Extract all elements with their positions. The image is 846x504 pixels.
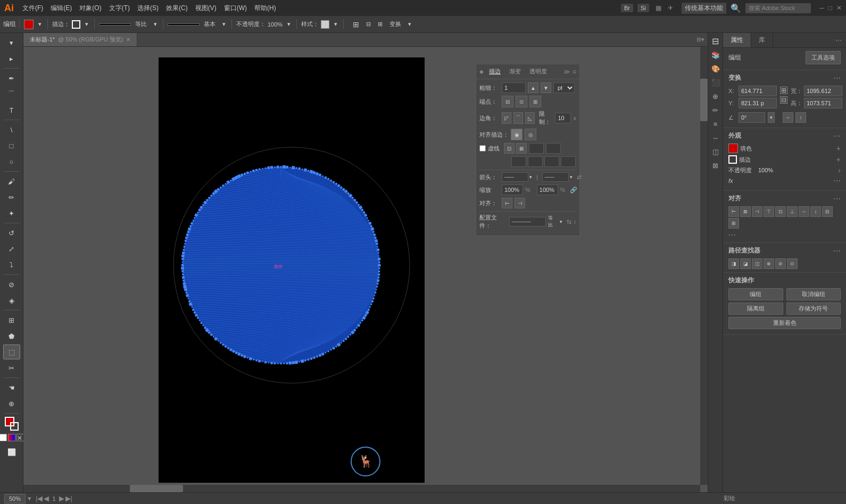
arrow-start-dropdown[interactable]: ▾ bbox=[529, 174, 532, 180]
corner-miter[interactable]: ◸ bbox=[502, 112, 511, 124]
doc-tab-close[interactable]: ✕ bbox=[126, 37, 130, 43]
zoom-dropdown[interactable]: ▾ bbox=[28, 494, 31, 502]
opacity-dropdown[interactable]: ▾ bbox=[285, 19, 293, 29]
stroke-swatch-small[interactable] bbox=[10, 422, 19, 431]
vertical-scrollbar[interactable] bbox=[700, 47, 708, 485]
align-h-center-btn[interactable]: ⊠ bbox=[740, 206, 751, 217]
style-dropdown[interactable]: ▾ bbox=[331, 19, 340, 29]
cap-round[interactable]: ⊙ bbox=[516, 96, 527, 107]
align-v-center-btn[interactable]: ⊡ bbox=[775, 206, 786, 217]
transparency-tab[interactable]: 透明度 bbox=[526, 66, 550, 77]
align-center[interactable]: ◉ bbox=[511, 129, 522, 140]
zoom-input[interactable] bbox=[4, 494, 26, 503]
align-end[interactable]: ⊣ bbox=[515, 198, 525, 208]
menu-object[interactable]: 对象(O) bbox=[79, 4, 101, 13]
document-tab[interactable]: 未标题-1* @ 50% (RGB/GPU 预览) ✕ bbox=[23, 33, 137, 46]
isolate-btn[interactable]: 隔离组 bbox=[728, 303, 783, 315]
properties-icon[interactable]: ⊟ bbox=[710, 35, 721, 47]
arrow-swap[interactable]: ⇄ bbox=[577, 174, 582, 181]
si-button[interactable]: Si bbox=[637, 4, 649, 12]
gradient-tab[interactable]: 渐变 bbox=[506, 66, 524, 77]
layers-icon[interactable]: ≡ bbox=[710, 118, 721, 130]
pf-divide[interactable]: ⊘ bbox=[775, 258, 786, 269]
scale-link[interactable]: 🔗 bbox=[570, 187, 577, 194]
arrow-end-dropdown[interactable]: ▾ bbox=[570, 174, 573, 180]
last-page-btn[interactable]: ▶| bbox=[65, 494, 72, 502]
stroke-options-btn[interactable]: ▾ bbox=[82, 19, 91, 29]
weight-unit[interactable]: pt bbox=[553, 82, 575, 93]
constraint-link2[interactable]: ⊟ bbox=[780, 96, 787, 104]
pencil-tool[interactable]: ✏ bbox=[3, 190, 20, 205]
align-more[interactable]: ⋯ bbox=[833, 195, 841, 203]
arrow-end-preview[interactable]: —— bbox=[542, 172, 569, 182]
w-input[interactable] bbox=[804, 86, 842, 96]
stroke-tab[interactable]: 描边 bbox=[486, 66, 504, 77]
library-tab[interactable]: 库 bbox=[751, 33, 773, 47]
align-inside[interactable]: ◎ bbox=[525, 129, 536, 140]
angle-dropdown[interactable]: ▾ bbox=[768, 112, 775, 123]
dash-style-2[interactable]: ⊠ bbox=[516, 143, 527, 154]
paintbrush-tool[interactable]: 🖌 bbox=[3, 174, 20, 189]
slice-tool[interactable]: ✂ bbox=[3, 360, 20, 375]
workspace-selector[interactable]: 传统基本功能 bbox=[682, 3, 726, 14]
ellipse-tool[interactable]: ○ bbox=[3, 154, 20, 169]
x-input[interactable] bbox=[739, 86, 777, 96]
gradient-tool[interactable]: ◈ bbox=[3, 293, 20, 308]
maximize-btn[interactable]: □ bbox=[828, 4, 832, 12]
gradient-btn[interactable] bbox=[8, 434, 15, 441]
dash-val-4[interactable] bbox=[528, 156, 543, 167]
scroll-thumb-v[interactable] bbox=[700, 79, 708, 121]
menu-edit[interactable]: 编辑(E) bbox=[51, 4, 72, 13]
zoom-tool[interactable]: ⊕ bbox=[3, 396, 20, 411]
transform-more[interactable]: ⋯ bbox=[833, 74, 841, 82]
scale-start-input[interactable] bbox=[502, 184, 523, 195]
dash-style-1[interactable]: ⊡ bbox=[504, 143, 515, 154]
pf-minus-front[interactable]: ◪ bbox=[740, 258, 751, 269]
pathfinder-more[interactable]: ⋯ bbox=[833, 247, 841, 255]
dist-v2-btn[interactable]: ⊞ bbox=[728, 218, 739, 229]
scale-end-input[interactable] bbox=[537, 184, 558, 195]
artboard-tool[interactable]: ⬚ bbox=[3, 345, 20, 359]
direct-selection-tool[interactable]: ▸ bbox=[3, 51, 20, 66]
curvature-tool[interactable]: ⌒ bbox=[3, 87, 20, 102]
flip-h-btn[interactable]: ↔ bbox=[783, 112, 793, 123]
menu-file[interactable]: 文件(F) bbox=[22, 4, 43, 13]
constraint-link[interactable]: ⊞ bbox=[780, 87, 787, 94]
save-symbol-btn[interactable]: 存储为符号 bbox=[786, 303, 841, 315]
flip-v-btn[interactable]: ↕ bbox=[795, 112, 806, 123]
hand-tool[interactable]: ☚ bbox=[3, 380, 20, 395]
align-right-btn[interactable]: ⊣ bbox=[752, 206, 762, 217]
mesh-tool[interactable]: ⊞ bbox=[3, 313, 20, 327]
add-stroke-btn[interactable]: + bbox=[836, 155, 841, 164]
brushes-icon[interactable]: ✏ bbox=[710, 104, 721, 116]
dist-h2-btn[interactable]: ⊟ bbox=[822, 206, 833, 217]
color-icon[interactable]: 🎨 bbox=[710, 63, 721, 74]
next-page-btn[interactable]: ▶ bbox=[59, 494, 64, 502]
fill-options-btn[interactable]: ▾ bbox=[36, 19, 44, 29]
limit-input[interactable] bbox=[555, 113, 571, 123]
y-input[interactable] bbox=[739, 98, 777, 108]
fill-color-swatch[interactable] bbox=[24, 20, 34, 29]
menu-window[interactable]: 窗口(W) bbox=[224, 4, 247, 13]
libraries-icon[interactable]: 📚 bbox=[710, 49, 721, 61]
h-input[interactable] bbox=[804, 98, 842, 108]
fx-more[interactable]: ⋯ bbox=[833, 177, 841, 185]
weight-down[interactable]: ▼ bbox=[541, 82, 551, 93]
pathfinder-icon[interactable]: ◫ bbox=[710, 146, 721, 157]
transform-dropdown[interactable]: ▾ bbox=[405, 19, 414, 30]
scale-tool[interactable]: ⤢ bbox=[3, 241, 20, 256]
color-btn[interactable] bbox=[0, 434, 7, 441]
horizontal-scrollbar[interactable] bbox=[23, 485, 700, 492]
corner-round[interactable]: ⌒ bbox=[513, 112, 523, 124]
dash-val-5[interactable] bbox=[544, 156, 559, 167]
shaper-tool[interactable]: ✦ bbox=[3, 206, 20, 221]
weight-input[interactable] bbox=[502, 82, 526, 93]
ungroup-btn[interactable]: 取消编组 bbox=[786, 288, 841, 300]
type-tool[interactable]: T bbox=[3, 103, 20, 117]
pf-exclude[interactable]: ⊕ bbox=[764, 258, 774, 269]
bridge-button[interactable]: Br bbox=[621, 4, 633, 12]
none-btn[interactable]: ✕ bbox=[16, 434, 24, 441]
scroll-thumb-h[interactable] bbox=[130, 485, 183, 492]
group-btn[interactable]: 编组 bbox=[728, 288, 783, 300]
appearance-more[interactable]: ⋯ bbox=[833, 132, 841, 140]
